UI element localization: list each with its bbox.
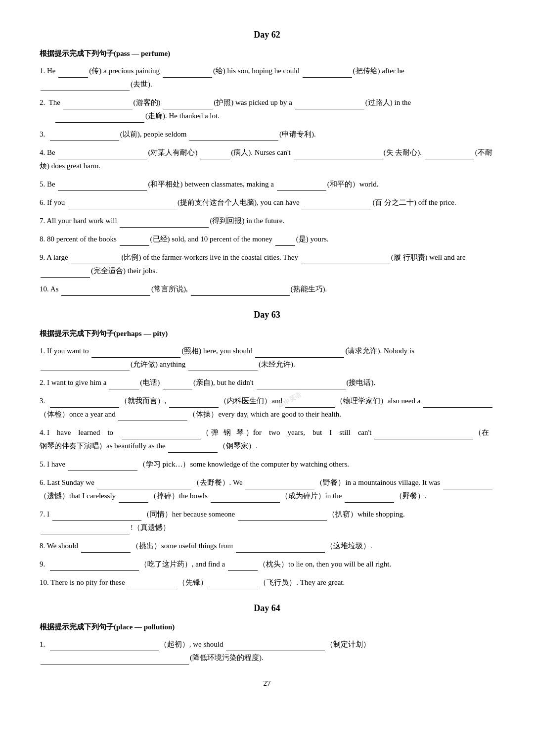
blank[interactable]	[188, 371, 258, 371]
blank[interactable]	[119, 502, 148, 503]
blank[interactable]	[275, 245, 295, 246]
blank[interactable]	[120, 245, 149, 246]
day62-section-title: 根据提示完成下列句子(pass — perfume)	[40, 49, 494, 58]
blank[interactable]	[50, 141, 119, 141]
blank[interactable]	[425, 159, 474, 159]
blank[interactable]	[91, 357, 180, 358]
blank[interactable]	[302, 209, 371, 209]
blank[interactable]	[50, 570, 139, 571]
sentence-63-7: 7. I （同情）her because someone （扒窃）while s…	[40, 508, 494, 534]
blank[interactable]	[41, 371, 130, 371]
blank[interactable]	[211, 502, 280, 503]
day63-title: Day 63	[40, 310, 494, 320]
sentence-62-10: 10. As (常言所说), (熟能生巧).	[40, 283, 494, 296]
sentence-63-8: 8. We should （挑出）some useful things from…	[40, 539, 494, 553]
sentence-62-4: 4. Be (对某人有耐心) (病人). Nurses can't (失 去耐心…	[40, 146, 494, 173]
blank[interactable]	[443, 489, 492, 489]
blank[interactable]	[294, 159, 383, 159]
blank[interactable]	[68, 209, 177, 209]
blank[interactable]	[55, 122, 144, 123]
blank[interactable]	[189, 141, 278, 141]
blank[interactable]	[303, 77, 352, 78]
blank[interactable]	[255, 357, 344, 358]
day62-block: 根据提示完成下列句子(pass — perfume) 1. He (传) a p…	[40, 49, 494, 296]
blank[interactable]	[209, 589, 258, 589]
sentence-63-6: 6. Last Sunday we （去野餐）. We （野餐）in a mou…	[40, 476, 494, 503]
sentence-62-1: 1. He (传) a precious painting (给) his so…	[40, 64, 494, 91]
sentence-63-3: 3. （就我而言）, （内科医生们）and （物理学家们）also need a…	[40, 394, 494, 421]
sentence-63-10: 10. There is no pity for these （先锋）（飞行员）…	[40, 576, 494, 589]
day63-block: 根据提示完成下列句子(perhaps — pity) 1. If you wan…	[40, 329, 494, 589]
blank[interactable]	[58, 159, 147, 159]
blank[interactable]	[71, 264, 120, 264]
blank[interactable]	[245, 489, 314, 489]
blank[interactable]	[168, 452, 218, 453]
day64-title: Day 64	[40, 603, 494, 614]
day63-section-title: 根据提示完成下列句子(perhaps — pity)	[40, 329, 494, 338]
blank[interactable]	[169, 407, 219, 408]
page-number: 27	[40, 679, 494, 688]
blank[interactable]	[295, 109, 364, 109]
sentence-62-8: 8. 80 percent of the books (已经) sold, an…	[40, 233, 494, 246]
blank[interactable]	[120, 227, 209, 228]
blank[interactable]	[122, 439, 201, 439]
day62-title: Day 62	[40, 30, 494, 40]
blank[interactable]	[163, 389, 192, 389]
blank[interactable]	[68, 471, 137, 471]
day64-block: 根据提示完成下列句子(place — pollution) 1. （起初）, w…	[40, 622, 494, 664]
sentence-63-9: 9. （吃了这片药）, and find a （枕头）to lie on, th…	[40, 558, 494, 571]
blank[interactable]	[226, 651, 325, 651]
blank[interactable]	[257, 389, 346, 389]
sentence-64-1: 1. （起初）, we should （制定计划） (降低环境污染的程度).	[40, 638, 494, 664]
blank[interactable]	[345, 502, 394, 503]
blank[interactable]	[238, 520, 327, 521]
blank[interactable]	[374, 439, 473, 439]
sentence-63-5: 5. I have （学习 pick…）some knowledge of th…	[40, 458, 494, 471]
blank[interactable]	[109, 389, 139, 389]
blank[interactable]	[50, 407, 119, 408]
blank[interactable]	[163, 77, 212, 78]
blank[interactable]	[97, 489, 191, 489]
blank[interactable]	[236, 552, 325, 553]
blank[interactable]	[285, 407, 335, 408]
blank[interactable]	[41, 664, 189, 664]
sentence-62-6: 6. If you (提前支付这台个人电脑), you can have (百 …	[40, 196, 494, 209]
blank[interactable]	[81, 552, 131, 553]
blank[interactable]	[58, 190, 147, 191]
blank[interactable]	[61, 295, 150, 296]
blank[interactable]	[41, 277, 90, 278]
blank[interactable]	[58, 77, 88, 78]
sentence-62-2: 2. The (游客的) (护照) was picked up by a (过路…	[40, 96, 494, 123]
sentence-63-4: 4. I have learned to （ 弹 钢 琴 ）for two ye…	[40, 426, 494, 453]
blank[interactable]	[50, 651, 159, 651]
sentence-63-1: 1. If you want to (照相) here, you should …	[40, 344, 494, 371]
blank[interactable]	[228, 570, 258, 571]
day64-section-title: 根据提示完成下列句子(place — pollution)	[40, 622, 494, 632]
blank[interactable]	[191, 295, 290, 296]
blank[interactable]	[118, 421, 187, 421]
blank[interactable]	[52, 520, 141, 521]
blank[interactable]	[277, 190, 326, 191]
blank[interactable]	[41, 534, 130, 534]
blank[interactable]	[41, 91, 130, 91]
blank[interactable]	[128, 589, 177, 589]
blank[interactable]	[423, 407, 492, 408]
sentence-62-3: 3. (以前), people seldom (申请专利).	[40, 128, 494, 141]
blank[interactable]	[200, 159, 230, 159]
sentence-63-2: 2. I want to give him a (电话) (亲自), but h…	[40, 376, 494, 389]
sentence-62-7: 7. All your hard work will (得到回报) in the…	[40, 214, 494, 228]
sentence-62-5: 5. Be (和平相处) between classmates, making …	[40, 178, 494, 191]
sentence-62-9: 9. A large (比例) of the farmer-workers li…	[40, 251, 494, 278]
blank[interactable]	[301, 264, 390, 264]
